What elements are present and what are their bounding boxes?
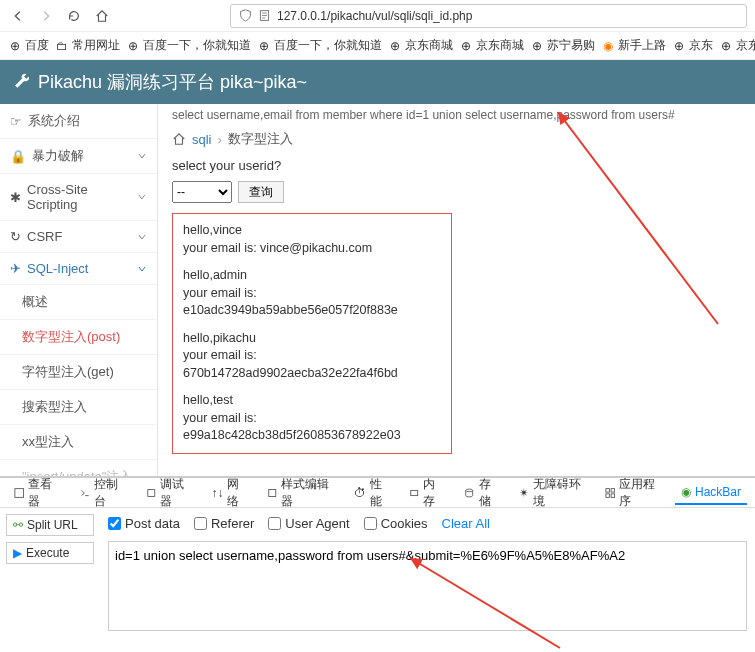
result-row: hello,test your email is: e99a18c428cb38… bbox=[183, 392, 441, 445]
bookmark-item[interactable]: ⊕百度一下，你就知道 bbox=[257, 37, 382, 54]
breadcrumb-sep: › bbox=[218, 132, 222, 147]
globe-icon: ⊕ bbox=[388, 39, 402, 53]
svg-point-5 bbox=[466, 489, 473, 492]
plane-icon: ✈ bbox=[10, 261, 21, 276]
split-icon: ⚯ bbox=[13, 518, 23, 532]
svg-rect-3 bbox=[268, 489, 275, 496]
cookies-checkbox[interactable] bbox=[364, 517, 377, 530]
hackbar-main: Post data Referer User Agent Cookies Cle… bbox=[100, 508, 755, 642]
forward-button[interactable] bbox=[36, 6, 56, 26]
globe-icon: ⊕ bbox=[459, 39, 473, 53]
bookmark-item[interactable]: ⊕百度一下，你就知道 bbox=[126, 37, 251, 54]
bookmark-item[interactable]: ⊕苏宁易购 bbox=[530, 37, 595, 54]
storage-icon bbox=[464, 487, 474, 499]
globe-icon: ⊕ bbox=[126, 39, 140, 53]
query-button[interactable]: 查询 bbox=[238, 181, 284, 203]
home-icon bbox=[172, 132, 186, 146]
sidebar-sub-overview[interactable]: 概述 bbox=[0, 285, 157, 320]
style-icon bbox=[267, 487, 278, 499]
sidebar: ☞系统介绍 🔒暴力破解 ✱Cross-Site Scripting ↻CSRF … bbox=[0, 104, 158, 476]
browser-nav-bar: 127.0.0.1/pikachu/vul/sqli/sqli_id.php bbox=[0, 0, 755, 32]
breadcrumb: sqli › 数字型注入 bbox=[172, 124, 741, 158]
svg-rect-9 bbox=[611, 493, 614, 496]
url-text: 127.0.0.1/pikachu/vul/sqli/sqli_id.php bbox=[277, 9, 472, 23]
bookmark-item[interactable]: ⊕京东商城 bbox=[388, 37, 453, 54]
globe-icon: ⊕ bbox=[672, 39, 686, 53]
main-panel: select username,email from member where … bbox=[158, 104, 755, 476]
hackbar-side-buttons: ⚯Split URL ▶Execute bbox=[0, 508, 100, 642]
app-title: Pikachu 漏洞练习平台 pika~pika~ bbox=[38, 70, 307, 94]
bookmark-item[interactable]: 🗀常用网址 bbox=[55, 37, 120, 54]
opt-postdata[interactable]: Post data bbox=[108, 516, 180, 531]
chevron-down-icon bbox=[137, 232, 147, 242]
bookmark-item[interactable]: ◉新手上路 bbox=[601, 37, 666, 54]
ua-checkbox[interactable] bbox=[268, 517, 281, 530]
bookmark-item[interactable]: ⊕京东 bbox=[672, 37, 713, 54]
options-row: Post data Referer User Agent Cookies Cle… bbox=[108, 516, 747, 531]
bug-icon: ✱ bbox=[10, 190, 21, 205]
bookmarks-bar: ⊕百度 🗀常用网址 ⊕百度一下，你就知道 ⊕百度一下，你就知道 ⊕京东商城 ⊕京… bbox=[0, 32, 755, 60]
tab-hackbar[interactable]: ◉HackBar bbox=[675, 481, 747, 505]
split-url-button[interactable]: ⚯Split URL bbox=[6, 514, 94, 536]
firefox-icon: ◉ bbox=[601, 39, 615, 53]
bookmark-item[interactable]: ⊕京东商城 bbox=[459, 37, 524, 54]
bookmark-item[interactable]: ⊕京东 bbox=[719, 37, 755, 54]
console-icon bbox=[80, 487, 90, 499]
hand-icon: ☞ bbox=[10, 114, 22, 129]
a11y-icon: ✴ bbox=[519, 486, 529, 500]
leaked-query-text: select username,email from member where … bbox=[172, 104, 741, 124]
postdata-checkbox[interactable] bbox=[108, 517, 121, 530]
sidebar-item-xss[interactable]: ✱Cross-Site Scripting bbox=[0, 174, 157, 221]
app-header: Pikachu 漏洞练习平台 pika~pika~ bbox=[0, 60, 755, 104]
devtools-tabs: 查看器 控制台 调试器 ↑↓网络 样式编辑器 ⏱性能 内存 存储 ✴无障碍环境 … bbox=[0, 478, 755, 508]
sidebar-sub-numeric[interactable]: 数字型注入(post) bbox=[0, 320, 157, 355]
query-prompt: select your userid? bbox=[172, 158, 741, 173]
folder-icon: 🗀 bbox=[55, 39, 69, 53]
sidebar-sub-string[interactable]: 字符型注入(get) bbox=[0, 355, 157, 390]
svg-rect-4 bbox=[411, 490, 418, 495]
page-icon bbox=[258, 9, 271, 22]
lock-icon: 🔒 bbox=[10, 149, 26, 164]
svg-rect-2 bbox=[15, 488, 24, 497]
globe-icon: ⊕ bbox=[719, 39, 733, 53]
svg-rect-7 bbox=[611, 488, 614, 491]
sidebar-item-sqlinject[interactable]: ✈SQL-Inject bbox=[0, 253, 157, 285]
globe-icon: ⊕ bbox=[8, 39, 22, 53]
sidebar-sub-search[interactable]: 搜索型注入 bbox=[0, 390, 157, 425]
execute-button[interactable]: ▶Execute bbox=[6, 542, 94, 564]
wrench-icon bbox=[14, 73, 32, 91]
devtools-panel: 查看器 控制台 调试器 ↑↓网络 样式编辑器 ⏱性能 内存 存储 ✴无障碍环境 … bbox=[0, 476, 755, 642]
breadcrumb-root[interactable]: sqli bbox=[192, 132, 212, 147]
network-icon: ↑↓ bbox=[211, 486, 223, 500]
refresh-icon: ↻ bbox=[10, 229, 21, 244]
inspector-icon bbox=[14, 487, 24, 499]
back-button[interactable] bbox=[8, 6, 28, 26]
referer-checkbox[interactable] bbox=[194, 517, 207, 530]
debugger-icon bbox=[146, 487, 156, 499]
svg-rect-6 bbox=[605, 488, 608, 491]
opt-cookies[interactable]: Cookies bbox=[364, 516, 428, 531]
reload-button[interactable] bbox=[64, 6, 84, 26]
sidebar-item-csrf[interactable]: ↻CSRF bbox=[0, 221, 157, 253]
globe-icon: ⊕ bbox=[530, 39, 544, 53]
sidebar-sub-xx[interactable]: xx型注入 bbox=[0, 425, 157, 460]
chevron-down-icon bbox=[137, 264, 147, 274]
play-icon: ▶ bbox=[13, 546, 22, 560]
sidebar-item-bruteforce[interactable]: 🔒暴力破解 bbox=[0, 139, 157, 174]
clear-all-link[interactable]: Clear All bbox=[442, 516, 490, 531]
url-bar[interactable]: 127.0.0.1/pikachu/vul/sqli/sqli_id.php bbox=[230, 4, 747, 28]
home-button[interactable] bbox=[92, 6, 112, 26]
sidebar-item-intro[interactable]: ☞系统介绍 bbox=[0, 104, 157, 139]
app-icon bbox=[605, 487, 615, 499]
userid-select[interactable]: -- bbox=[172, 181, 232, 203]
opt-useragent[interactable]: User Agent bbox=[268, 516, 349, 531]
result-row: hello,admin your email is: e10adc3949ba5… bbox=[183, 267, 441, 320]
breadcrumb-current: 数字型注入 bbox=[228, 130, 293, 148]
perf-icon: ⏱ bbox=[354, 486, 366, 500]
post-data-textarea[interactable]: id=1 union select username,password from… bbox=[108, 541, 747, 631]
results-box: hello,vince your email is: vince@pikachu… bbox=[172, 213, 452, 454]
result-row: hello,vince your email is: vince@pikachu… bbox=[183, 222, 441, 257]
opt-referer[interactable]: Referer bbox=[194, 516, 254, 531]
result-row: hello,pikachu your email is: 670b14728ad… bbox=[183, 330, 441, 383]
bookmark-item[interactable]: ⊕百度 bbox=[8, 37, 49, 54]
